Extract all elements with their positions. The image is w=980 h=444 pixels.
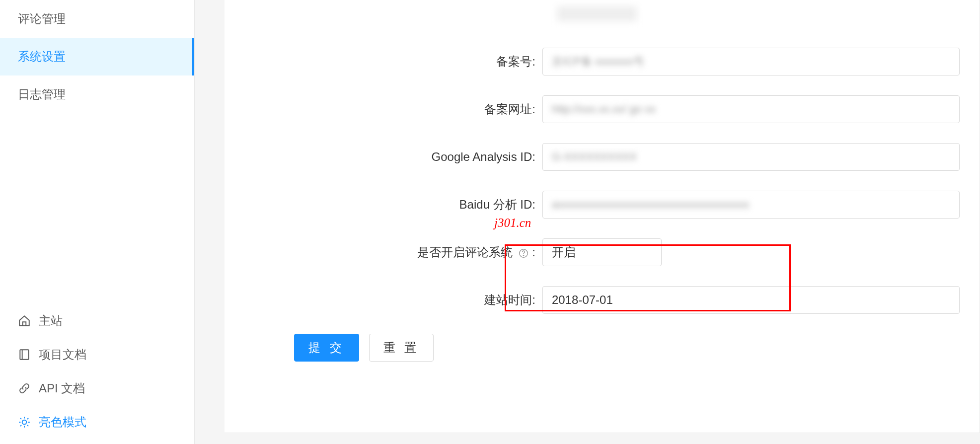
book-icon: [18, 348, 31, 361]
svg-line-7: [20, 418, 21, 419]
reset-button-label: 重 置: [383, 340, 420, 356]
sidebar: 评论管理 系统设置 日志管理 主站 项目文档 API 文档: [0, 0, 195, 444]
sidebar-item-label: 系统设置: [18, 49, 66, 65]
ga-input[interactable]: G-XXXXXXXXXX: [542, 143, 960, 171]
submit-button-label: 提 交: [308, 340, 345, 356]
ga-label: Google Analysis ID:: [244, 150, 542, 164]
sidebar-top-nav: 评论管理 系统设置 日志管理: [0, 0, 194, 113]
blurred-value: G-XXXXXXXXXX: [552, 150, 637, 163]
reset-button[interactable]: 重 置: [369, 334, 434, 362]
sidebar-bottom-nav: 主站 项目文档 API 文档 亮色模式: [0, 304, 194, 444]
site-date-value: 2018-07-01: [552, 293, 613, 307]
site-date-input[interactable]: 2018-07-01: [542, 286, 960, 314]
sidebar-spacer: [0, 113, 194, 304]
icp-label: 备案号:: [244, 54, 542, 70]
help-icon[interactable]: [518, 248, 529, 259]
sidebar-item-label: 主站: [39, 313, 63, 329]
sidebar-item-comments[interactable]: 评论管理: [0, 0, 194, 38]
comment-label-suffix: :: [532, 245, 535, 259]
sidebar-item-logs[interactable]: 日志管理: [0, 75, 194, 113]
blurred-value: axxxxxxxxxxxxxxxxxxxxxxxxxxxxxxxxxxx: [552, 198, 749, 211]
form-row-icp-url: 备案网址: http://xxx.xx.xx/ go xx: [244, 95, 960, 123]
main-content: 备案号: 京ICP备 xxxxxxx号 备案网址: http://xxx.xx.…: [195, 0, 980, 444]
sidebar-item-label: API 文档: [39, 380, 85, 396]
blurred-value: http://xxx.xx.xx/ go xx: [552, 103, 656, 116]
svg-line-8: [27, 425, 28, 426]
svg-rect-0: [20, 350, 28, 360]
icp-url-input[interactable]: http://xxx.xx.xx/ go xx: [542, 95, 960, 123]
form-row-comment-system: 是否开启评论系统 : 开启: [244, 238, 960, 266]
svg-point-12: [523, 255, 524, 256]
icp-url-label: 备案网址:: [244, 101, 542, 117]
comment-label: 是否开启评论系统 :: [244, 244, 542, 260]
form-button-row: 提 交 重 置: [294, 334, 960, 362]
blurred-value: 京ICP备 xxxxxxx号: [552, 54, 644, 69]
sidebar-item-api-docs[interactable]: API 文档: [0, 371, 194, 405]
svg-line-9: [20, 425, 21, 426]
baidu-label: Baidu 分析 ID:: [244, 197, 542, 213]
sidebar-item-label: 评论管理: [18, 11, 66, 27]
baidu-input[interactable]: axxxxxxxxxxxxxxxxxxxxxxxxxxxxxxxxxxx: [542, 191, 960, 219]
sidebar-item-label: 亮色模式: [39, 414, 86, 430]
site-date-label: 建站时间:: [244, 292, 542, 308]
comment-select[interactable]: 开启: [542, 238, 662, 266]
form-row-site-date: 建站时间: 2018-07-01: [244, 286, 960, 314]
api-icon: [18, 382, 31, 395]
form-row-baidu: Baidu 分析 ID: axxxxxxxxxxxxxxxxxxxxxxxxxx…: [244, 191, 960, 219]
form-row-ga: Google Analysis ID: G-XXXXXXXXXX: [244, 143, 960, 171]
sidebar-item-project-docs[interactable]: 项目文档: [0, 338, 194, 371]
settings-form-panel: 备案号: 京ICP备 xxxxxxx号 备案网址: http://xxx.xx.…: [225, 0, 980, 433]
comment-select-value: 开启: [552, 244, 576, 260]
blurred-field-top: [549, 0, 649, 28]
sun-icon: [18, 416, 31, 429]
home-icon: [18, 314, 31, 327]
submit-button[interactable]: 提 交: [294, 334, 359, 362]
sidebar-item-label: 日志管理: [18, 86, 66, 102]
blurred-content: [557, 6, 637, 21]
form-row-icp: 备案号: 京ICP备 xxxxxxx号: [244, 48, 960, 75]
svg-point-2: [22, 420, 27, 425]
sidebar-item-system-settings[interactable]: 系统设置: [0, 38, 194, 75]
comment-label-text: 是否开启评论系统: [417, 245, 513, 259]
sidebar-item-light-mode[interactable]: 亮色模式: [0, 405, 194, 439]
svg-line-10: [27, 418, 28, 419]
icp-input[interactable]: 京ICP备 xxxxxxx号: [542, 48, 960, 75]
sidebar-item-label: 项目文档: [39, 347, 86, 363]
sidebar-item-home[interactable]: 主站: [0, 304, 194, 338]
